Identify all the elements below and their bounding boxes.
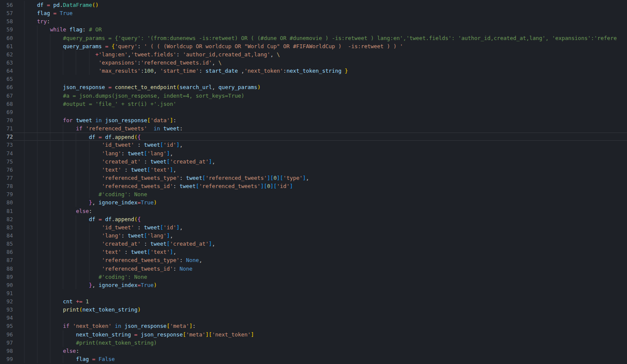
code-line-content: }, ignore_index=True) xyxy=(13,198,627,207)
code-line[interactable]: 88'referenced_tweets_id': None xyxy=(0,265,627,273)
code-line[interactable]: 93print(next_token_string) xyxy=(0,305,627,314)
code-line[interactable]: 96next_token_string = json_response['met… xyxy=(0,330,627,339)
indent-guides xyxy=(24,265,102,273)
code-token: : xyxy=(179,175,186,181)
code-line[interactable]: 69 xyxy=(0,108,627,116)
code-token: ) xyxy=(154,282,157,288)
indent-guides xyxy=(24,34,63,42)
code-line[interactable]: 57flag = True xyxy=(0,9,627,17)
code-line[interactable]: 83'id_tweet' : tweet['id'], xyxy=(0,223,627,231)
code-token: : xyxy=(121,232,128,239)
code-token: 'referenced_tweets' xyxy=(205,175,267,181)
code-line[interactable]: 87'referenced_tweets_type': None, xyxy=(0,256,627,264)
code-line[interactable]: 94 xyxy=(0,314,627,322)
code-line[interactable]: 89#'coding': None xyxy=(0,273,627,281)
code-token: += xyxy=(76,298,86,305)
code-token: 'lang:en' xyxy=(99,51,128,58)
line-number: 68 xyxy=(0,100,13,108)
code-token: in xyxy=(96,117,105,123)
code-token: : xyxy=(141,241,151,247)
code-token: append xyxy=(115,134,134,140)
code-token: 'text' xyxy=(102,167,121,173)
code-line[interactable]: 72df = df.append({ xyxy=(0,133,627,141)
code-token: 'text' xyxy=(151,249,170,255)
code-line[interactable]: 91 xyxy=(0,289,627,297)
indent-guides xyxy=(24,67,99,75)
code-line-content: flag = True xyxy=(13,9,627,17)
code-line[interactable]: 62+'lang:en','tweet.fields': 'author_id,… xyxy=(0,50,627,59)
code-token: json_response xyxy=(105,117,147,123)
code-line[interactable]: 85'created_at' : tweet['created_at'], xyxy=(0,240,627,248)
code-token: ] xyxy=(290,183,293,189)
code-line[interactable]: 82df = df.append({ xyxy=(0,215,627,223)
code-token: tweet xyxy=(128,150,144,157)
code-token: ] xyxy=(205,331,209,338)
code-line-content: cnt += 1 xyxy=(13,297,627,305)
code-line[interactable]: 60#query_params = {'query': '(from:dunen… xyxy=(0,34,627,42)
code-token: 'data' xyxy=(151,117,170,123)
code-line[interactable]: 74'lang': tweet['lang'], xyxy=(0,149,627,157)
indent-guides xyxy=(24,124,76,133)
code-token: 'created_at' xyxy=(102,241,141,247)
line-number: 76 xyxy=(0,166,13,174)
code-line[interactable]: 77'referenced_tweets_type': tweet['refer… xyxy=(0,174,627,182)
code-token: append xyxy=(115,216,134,222)
code-line[interactable]: 66json_response = connect_to_endpoint(se… xyxy=(0,83,627,91)
code-line[interactable]: 56df = pd.DataFrame() xyxy=(0,1,627,9)
code-token: [ xyxy=(167,323,170,329)
code-line[interactable]: 76'text' : tweet['text'], xyxy=(0,166,627,174)
code-line[interactable]: 75'created_at' : tweet['created_at'], xyxy=(0,157,627,166)
code-line[interactable]: 71if 'referenced_tweets' in tweet: xyxy=(0,124,627,133)
code-line[interactable]: 58try: xyxy=(0,17,627,25)
code-editor[interactable]: 56df = pd.DataFrame()57flag = True58try:… xyxy=(0,0,627,364)
line-number: 63 xyxy=(0,59,13,67)
code-line-content: print(next_token_string) xyxy=(13,305,627,314)
line-number: 71 xyxy=(0,124,13,133)
code-line[interactable]: 97#print(next_token_string) xyxy=(0,339,627,347)
code-token: [ xyxy=(167,241,170,247)
code-line[interactable]: 70for tweet in json_response['data']: xyxy=(0,116,627,124)
code-line[interactable]: 63'expansions':'referenced_tweets.id', \ xyxy=(0,59,627,67)
code-line[interactable]: 99flag = False xyxy=(0,355,627,363)
indent-guides xyxy=(24,330,76,339)
code-token: = xyxy=(99,134,105,140)
code-line[interactable]: 98else: xyxy=(0,347,627,355)
code-token: 0 xyxy=(274,175,277,181)
code-line[interactable]: 68#output = 'file_' + str(i) +'.json' xyxy=(0,100,627,108)
code-line[interactable]: 80}, ignore_index=True) xyxy=(0,198,627,207)
code-token: cnt xyxy=(63,298,76,305)
code-line[interactable]: 61query_params = {'query': ' ( ( (Worldc… xyxy=(0,42,627,50)
code-line[interactable]: 65 xyxy=(0,75,627,83)
code-line[interactable]: 84'lang': tweet['lang'], xyxy=(0,231,627,240)
code-line-content: query_params = {'query': ' ( ( (Worldcup… xyxy=(13,42,627,50)
line-number: 72 xyxy=(0,133,13,141)
code-token: [ xyxy=(274,183,277,189)
code-line[interactable]: 90}, ignore_index=True) xyxy=(0,281,627,289)
code-line[interactable]: 73'id_tweet' : tweet['id'], xyxy=(0,141,627,149)
line-number: 93 xyxy=(0,305,13,314)
code-line[interactable]: 92cnt += 1 xyxy=(0,297,627,305)
code-token: flag xyxy=(37,10,53,16)
code-token: [ xyxy=(144,150,147,157)
code-token: 'referenced_tweets.id' xyxy=(141,59,212,66)
code-token: [ xyxy=(147,249,151,255)
code-line[interactable]: 59while flag: # OR xyxy=(0,25,627,34)
code-line[interactable]: 78'referenced_tweets_id': tweet['referen… xyxy=(0,182,627,190)
code-token xyxy=(111,323,115,329)
code-token: 'id' xyxy=(277,183,290,189)
code-token: [ xyxy=(270,175,274,181)
code-line[interactable]: 79#'coding': None xyxy=(0,190,627,198)
code-line-content: +'lang:en','tweet.fields': 'author_id,cr… xyxy=(13,50,627,59)
code-line[interactable]: 67#a = json.dumps(json_response, indent=… xyxy=(0,92,627,100)
code-line[interactable]: 95if 'next_token' in json_response['meta… xyxy=(0,322,627,330)
indent-guides xyxy=(24,240,102,248)
code-token: ] xyxy=(260,183,264,189)
code-token: = xyxy=(99,216,105,222)
code-line[interactable]: 64'max_results':100, 'start_time': start… xyxy=(0,67,627,75)
code-line[interactable]: 86'text' : tweet['text'], xyxy=(0,248,627,256)
indent-guides xyxy=(24,190,99,198)
code-line[interactable]: 81else: xyxy=(0,207,627,215)
code-token: 'referenced_tweets_id' xyxy=(102,265,173,272)
code-token: if xyxy=(76,125,86,132)
code-token: while xyxy=(50,26,69,33)
